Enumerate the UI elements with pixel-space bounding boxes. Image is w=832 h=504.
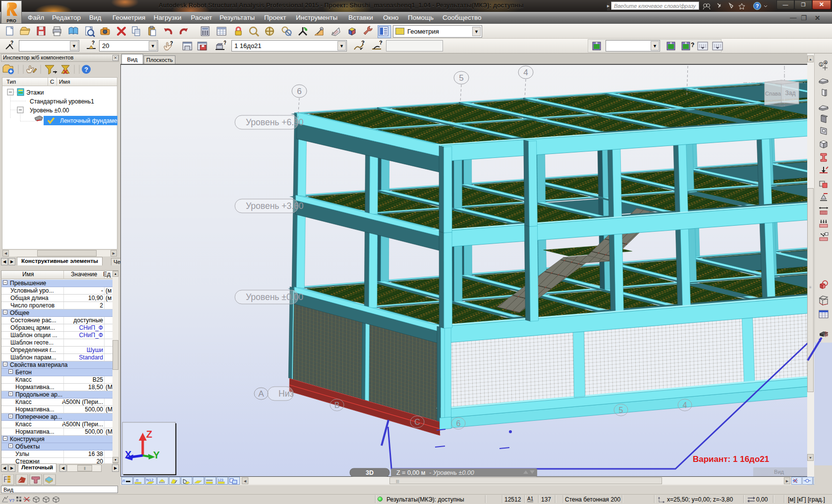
svg-text:Ленточный фундамент: Ленточный фундамент — [60, 117, 117, 124]
svg-text:А: А — [825, 61, 827, 64]
svg-text:Уровень ±0.00: Уровень ±0.00 — [246, 292, 303, 302]
svg-text:Y: Y — [153, 450, 160, 460]
svg-text:?: ? — [379, 40, 383, 46]
svg-text:n: n — [122, 478, 125, 483]
svg-text:Низ: Низ — [278, 389, 293, 399]
svg-text:Уровень ±0.00: Уровень ±0.00 — [30, 107, 69, 114]
svg-text:X: X — [125, 449, 132, 460]
svg-text:Z = 0,00 м: Z = 0,00 м — [396, 469, 425, 476]
svg-text:5: 5 — [459, 73, 463, 83]
svg-text:С: С — [414, 418, 420, 426]
svg-text:5: 5 — [619, 406, 623, 414]
svg-text:Вариант: 1 16до21: Вариант: 1 16до21 — [693, 454, 769, 464]
svg-text:4: 4 — [683, 401, 687, 409]
svg-text:Вид: Вид — [774, 469, 784, 475]
svg-text:Y?: Y? — [9, 498, 14, 503]
svg-text:?: ? — [84, 66, 88, 73]
svg-text:Z: Z — [146, 429, 152, 440]
svg-text:N12: N12 — [146, 478, 154, 482]
svg-text:Стандартный уровень1: Стандартный уровень1 — [30, 98, 94, 105]
svg-text:В: В — [334, 401, 340, 409]
svg-text:6: 6 — [456, 419, 461, 428]
svg-text:?: ? — [756, 3, 759, 9]
svg-text:Спава: Спава — [765, 91, 781, 97]
svg-text:1: 1 — [820, 62, 823, 67]
svg-text:?: ? — [10, 40, 13, 46]
svg-text:?: ? — [361, 40, 365, 46]
svg-text:- Уровень ±0.00: - Уровень ±0.00 — [429, 469, 474, 476]
svg-text:123: 123 — [218, 478, 223, 482]
svg-text:Зад: Зад — [785, 90, 796, 97]
svg-text:Уровень +3.60: Уровень +3.60 — [246, 201, 304, 211]
svg-text:4: 4 — [523, 68, 528, 77]
svg-text:А: А — [258, 389, 264, 399]
svg-text:Уровень +6.90: Уровень +6.90 — [246, 117, 304, 127]
svg-text:Этажи: Этажи — [26, 89, 44, 96]
svg-text:6: 6 — [297, 87, 301, 96]
svg-text:?: ? — [92, 40, 95, 46]
svg-text:n: n — [136, 478, 138, 483]
svg-text:3D: 3D — [366, 469, 374, 476]
svg-text:?: ? — [223, 40, 226, 46]
svg-text:?: ? — [170, 41, 173, 46]
